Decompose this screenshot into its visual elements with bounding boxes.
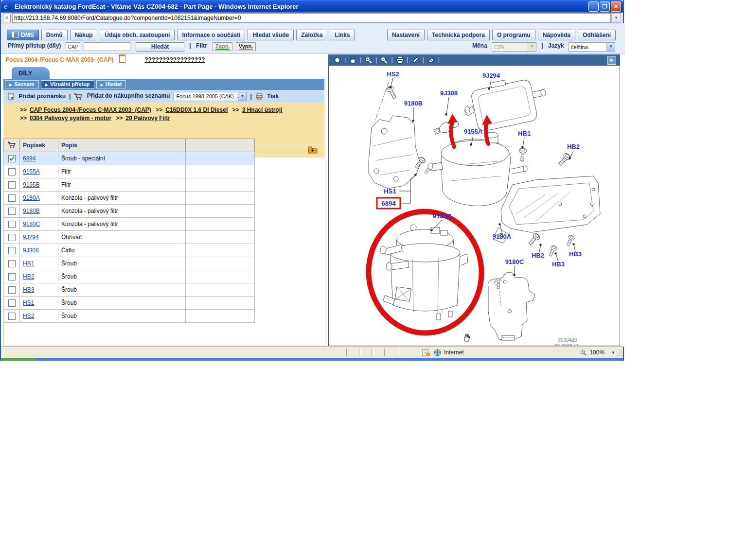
part-code-link[interactable]: 6894 [23,155,36,162]
row-checkbox[interactable] [8,247,16,254]
row-checkbox[interactable] [8,273,16,280]
nav-tab-links[interactable]: Links [330,30,355,40]
row-checkbox[interactable] [8,194,16,202]
part-drawing-9155b[interactable] [380,225,468,320]
print-diagram-icon[interactable] [396,56,404,64]
diagram-part-label[interactable]: HB2 [532,252,544,259]
part-code-link[interactable]: 9J294 [23,234,39,241]
add-note-button[interactable]: Přidat poznámku [7,93,66,100]
resize-grip[interactable] [616,350,622,357]
breadcrumb-link[interactable]: 3 Hnací ústrojí [242,106,283,113]
breadcrumb-link[interactable]: CAP Focus 2004-/Focus C-MAX 2003- (CAP) [30,106,151,113]
next-image-button[interactable]: ▶ [607,56,616,65]
chevron-down-icon[interactable]: ▼ [238,92,246,101]
part-drawing-9j294[interactable] [460,72,551,135]
nav-tab-n-pov-da[interactable]: Nápověda [538,30,575,40]
diagram-part-label[interactable]: HB3 [569,250,582,258]
diagram-part-label[interactable]: HB2 [567,143,580,150]
diagram-part-label[interactable]: 6894 [382,200,396,207]
shopping-list-select[interactable]: Focus 1998-2005 (CAK)_2 ▼ [174,92,247,101]
nav-tab-dms[interactable]: DMS [7,30,39,40]
diagram-part-label[interactable]: 9180B [404,100,423,107]
nav-tab-technick-podpora[interactable]: Technická podpora [427,30,490,40]
close-button[interactable]: ✕ [611,1,621,12]
zoom-in-icon[interactable] [364,56,373,64]
nav-tab-dom[interactable]: Domů [41,30,68,40]
row-checkbox[interactable] [8,234,16,241]
diagram-part-label[interactable]: 9155A [464,128,483,135]
url-input[interactable]: http://213.168.74.69:8080/Ford/Catalogue… [12,13,611,23]
nav-tab-o-programu[interactable]: O programu [492,30,535,40]
diagram-part-label[interactable]: HS1 [384,188,396,195]
part-code-link[interactable]: HB2 [23,273,34,280]
row-checkbox[interactable] [8,221,16,228]
document-icon[interactable] [119,54,125,63]
url-dropdown-arrow-icon[interactable]: ▼ [611,13,621,23]
breadcrumb-link[interactable]: 20 Palivový Filtr [125,115,170,122]
minimize-button[interactable]: _ [588,1,599,12]
part-search-input[interactable] [84,42,130,51]
diagram-part-label[interactable]: 9155B [433,212,451,220]
part-code-link[interactable]: HS1 [23,299,34,306]
zoom-control[interactable]: 100% ▼ [580,349,615,356]
part-code-link[interactable]: 9180C [23,221,40,228]
zoom-out-icon[interactable] [380,56,388,64]
language-select[interactable]: čeština ▼ [569,42,615,52]
part-code-link[interactable]: 9180A [23,194,40,201]
nav-tab-n-kup[interactable]: Nákup [70,30,98,40]
eraser-icon[interactable] [427,56,435,64]
folder-up-button[interactable] [308,146,318,155]
row-checkbox[interactable] [8,260,16,267]
unknown-link[interactable]: ????????????????? [144,56,205,63]
part-code-link[interactable]: 9155B [23,181,40,188]
nav-tab-hledat-v-ude[interactable]: Hledat všude [248,30,294,40]
breadcrumb-link[interactable]: C16DD0X 1.6 DI Diesel [165,106,228,113]
add-to-shopping-list-button[interactable]: Přidat do nákupního seznamu [74,92,170,100]
part-drawing-9180b[interactable] [369,116,420,189]
filter-on-button[interactable]: Zapn. [213,42,232,51]
row-checkbox[interactable] [8,181,16,189]
nav-tab-z-lo-ka[interactable]: Záložka [296,30,327,40]
search-button[interactable]: Hledat [136,42,184,52]
diagram-part-label[interactable]: 9180A [493,233,512,240]
row-checkbox[interactable] [8,168,16,175]
row-checkbox[interactable] [8,313,16,320]
part-code-link[interactable]: HB3 [23,286,34,293]
row-checkbox[interactable] [8,299,16,307]
part-code-link[interactable]: 9180B [23,208,40,214]
filter-off-button[interactable]: Vypn. [236,42,256,51]
row-checkbox[interactable] [8,155,16,162]
part-drawing-hb2[interactable] [557,152,571,167]
parts-diagram[interactable]: HS29J2949J3089180B9155AHB1HB2HS168949155… [328,65,620,346]
zoom-dropdown-arrow-icon[interactable]: ▼ [611,350,615,355]
pan-hand-icon[interactable] [349,56,357,64]
part-drawing-hs2[interactable] [386,85,398,100]
nav-tab-informace-o-sou-sti[interactable]: Informace o součásti [177,30,245,40]
row-checkbox[interactable] [8,208,16,215]
tab-dily[interactable]: DÍLY [12,67,50,79]
diagram-part-label[interactable]: HS2 [387,70,399,78]
diagram-part-label[interactable]: 9J308 [440,89,458,97]
part-code-link[interactable]: HB1 [23,260,34,267]
row-checkbox[interactable] [8,286,16,294]
nav-tab-nastaven[interactable]: Nastavení [387,30,425,40]
nav-tab-odhl-en[interactable]: Odhlášení [578,30,616,40]
diagram-part-label[interactable]: 9J294 [482,72,500,79]
subtab-seznam[interactable]: ▶Seznam [5,80,39,88]
diagram-part-label[interactable]: 9180C [505,258,524,265]
part-code-link[interactable]: HS2 [23,313,34,319]
chevron-down-icon[interactable]: ▼ [606,43,615,51]
part-drawing-hb2-lower[interactable] [527,232,541,246]
part-code-link[interactable]: 9J308 [23,247,39,254]
nav-tab-daje-obch-zastoupen[interactable]: Údaje obch. zastoupení [100,30,175,40]
breadcrumb-link[interactable]: 0304 Palivový systém - motor [30,115,111,122]
subtab-hledat[interactable]: ▶Hledat [96,80,126,88]
part-code-link[interactable]: 9155A [23,168,40,175]
part-drawing-hb1[interactable] [518,148,526,161]
subtab-vizu-ln-p-stup[interactable]: ▶Vizuální přístup [41,80,94,88]
print-button[interactable]: Tisk [255,93,279,100]
restore-button[interactable]: ❐ [600,1,610,12]
diagram-part-label[interactable]: HB1 [518,130,531,137]
pencil-icon[interactable] [411,56,420,64]
home-icon[interactable] [333,56,341,64]
